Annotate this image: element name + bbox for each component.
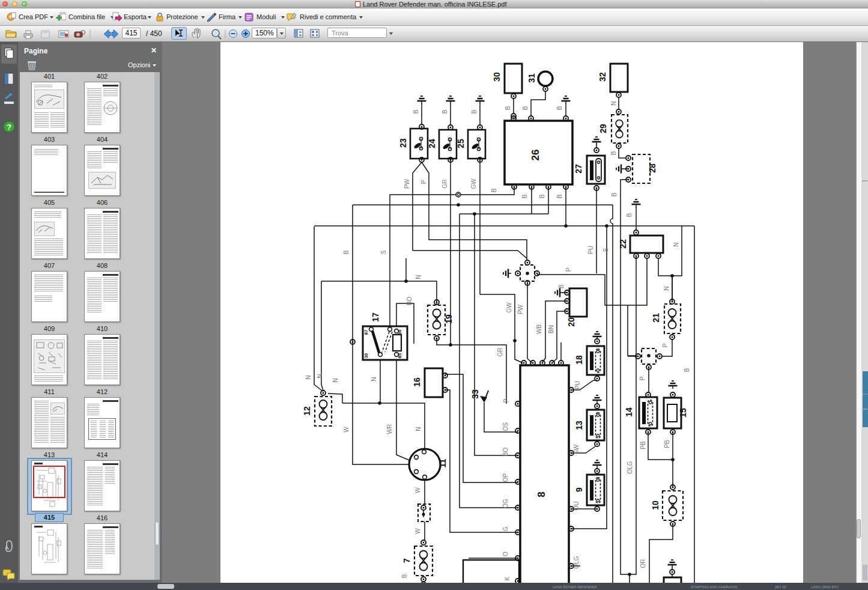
svg-text:B: B (413, 109, 419, 114)
svg-text:WB: WB (536, 324, 542, 334)
svg-text:K: K (504, 576, 511, 580)
svg-text:20: 20 (566, 317, 576, 327)
svg-text:B: B (684, 368, 690, 372)
svg-text:BO: BO (406, 297, 413, 306)
svg-text:25: 25 (456, 139, 466, 148)
svg-text:B: B (610, 151, 617, 155)
svg-text:B: B (442, 109, 448, 114)
svg-text:OS: OS (502, 422, 509, 431)
svg-text:PB: PB (640, 441, 646, 449)
svg-text:12: 12 (302, 406, 312, 416)
svg-text:SW: SW (573, 444, 580, 454)
svg-text:N: N (317, 374, 323, 378)
svg-text:S: S (602, 248, 609, 252)
svg-text:OU: OU (573, 502, 580, 511)
svg-text:P: P (420, 180, 427, 184)
svg-text:P: P (639, 376, 646, 380)
svg-text:B: B (558, 284, 565, 288)
svg-text:W: W (414, 487, 421, 493)
svg-text:18: 18 (574, 355, 584, 365)
svg-text:17: 17 (371, 312, 380, 322)
svg-text:B: B (343, 250, 350, 254)
svg-text:9: 9 (574, 487, 584, 492)
svg-text:26: 26 (530, 150, 541, 161)
svg-text:28: 28 (648, 163, 657, 173)
svg-text:PW: PW (517, 304, 524, 314)
svg-text:WR: WR (386, 424, 393, 434)
svg-text:G: G (502, 526, 509, 531)
svg-text:13: 13 (574, 421, 584, 430)
svg-text:B: B (539, 194, 545, 198)
svg-text:B: B (401, 574, 408, 578)
svg-text:OR: OR (640, 559, 646, 568)
svg-text:7: 7 (402, 558, 411, 563)
svg-text:B: B (522, 106, 529, 110)
svg-text:87: 87 (363, 330, 369, 335)
svg-text:27: 27 (574, 164, 583, 174)
svg-text:N: N (305, 375, 312, 379)
svg-text:22: 22 (618, 239, 628, 249)
svg-text:BO: BO (502, 448, 509, 457)
svg-text:B: B (505, 106, 511, 110)
svg-text:GW: GW (506, 302, 512, 313)
svg-text:GR: GR (442, 180, 448, 189)
svg-text:PB: PB (664, 440, 670, 448)
svg-text:P: P (565, 267, 572, 272)
svg-text:P: P (662, 343, 669, 347)
svg-text:21: 21 (651, 313, 661, 323)
svg-text:B: B (491, 188, 497, 192)
svg-text:W: W (343, 427, 350, 433)
svg-text:11: 11 (438, 458, 448, 467)
svg-text:33: 33 (470, 389, 480, 399)
svg-text:B: B (521, 194, 528, 198)
svg-text:?: ? (7, 123, 11, 132)
svg-text:N: N (415, 275, 422, 279)
svg-text:N: N (673, 242, 679, 246)
svg-text:86: 86 (397, 330, 402, 335)
svg-text:N: N (663, 286, 670, 290)
svg-text:PU: PU (574, 381, 581, 389)
svg-text:O: O (502, 552, 509, 556)
svg-text:85: 85 (397, 353, 402, 358)
svg-text:31: 31 (527, 73, 536, 83)
svg-text:GR: GR (497, 348, 503, 357)
svg-text:15: 15 (678, 408, 688, 418)
svg-text:23: 23 (398, 138, 408, 148)
svg-text:B: B (556, 106, 563, 110)
svg-text:29: 29 (598, 124, 608, 133)
svg-text:10: 10 (651, 500, 660, 510)
svg-text:19: 19 (444, 314, 454, 324)
svg-text:N: N (610, 101, 617, 105)
svg-text:GW: GW (470, 178, 477, 189)
svg-text:BN: BN (548, 325, 554, 333)
svg-text:B: B (471, 109, 478, 114)
svg-text:30: 30 (492, 72, 502, 82)
svg-text:S: S (380, 250, 387, 254)
svg-text:30: 30 (363, 353, 369, 358)
svg-text:PU: PU (587, 246, 594, 254)
svg-text:8: 8 (536, 491, 547, 497)
svg-text:W: W (414, 528, 421, 534)
svg-text:B: B (556, 194, 563, 198)
svg-text:24: 24 (427, 139, 437, 148)
svg-text:OP: OP (502, 473, 509, 482)
svg-text:OG: OG (502, 499, 509, 508)
svg-text:N: N (415, 427, 422, 431)
svg-text:B: B (611, 192, 618, 196)
svg-text:PW: PW (404, 178, 410, 189)
svg-text:16: 16 (412, 377, 422, 387)
svg-text:B: B (626, 213, 633, 217)
svg-text:N: N (371, 377, 377, 381)
svg-text:P: P (503, 398, 509, 403)
svg-text:32: 32 (598, 72, 607, 82)
svg-text:N: N (332, 378, 339, 382)
svg-text:14: 14 (624, 407, 634, 417)
svg-text:OLG: OLG (573, 556, 580, 568)
svg-text:OLG: OLG (627, 461, 633, 473)
